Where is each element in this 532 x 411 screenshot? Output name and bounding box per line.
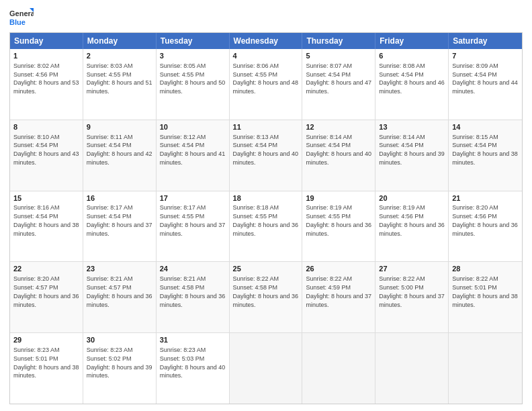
sunrise-info: Sunrise: 8:11 AMSunset: 4:54 PMDaylight:…	[87, 134, 152, 166]
calendar-cell: 2 Sunrise: 8:03 AMSunset: 4:55 PMDayligh…	[83, 49, 157, 120]
day-number: 31	[160, 335, 226, 345]
weekday-header: Wednesday	[230, 33, 303, 49]
calendar-cell: 15 Sunrise: 8:16 AMSunset: 4:54 PMDaylig…	[10, 191, 83, 262]
calendar-cell: 9 Sunrise: 8:11 AMSunset: 4:54 PMDayligh…	[83, 120, 157, 191]
sunrise-info: Sunrise: 8:19 AMSunset: 4:55 PMDaylight:…	[306, 204, 371, 236]
weekday-header: Monday	[83, 33, 157, 49]
calendar: SundayMondayTuesdayWednesdayThursdayFrid…	[9, 32, 523, 404]
weekday-header: Saturday	[449, 33, 522, 49]
day-number: 17	[160, 193, 226, 203]
day-number: 27	[379, 264, 445, 274]
day-number: 25	[233, 264, 299, 274]
sunrise-info: Sunrise: 8:18 AMSunset: 4:55 PMDaylight:…	[233, 204, 299, 236]
sunrise-info: Sunrise: 8:13 AMSunset: 4:54 PMDaylight:…	[233, 134, 299, 166]
calendar-cell: 12 Sunrise: 8:14 AMSunset: 4:54 PMDaylig…	[302, 120, 375, 191]
day-number: 24	[160, 264, 226, 274]
calendar-cell: 26 Sunrise: 8:22 AMSunset: 4:59 PMDaylig…	[302, 262, 375, 332]
calendar-cell: 17 Sunrise: 8:17 AMSunset: 4:55 PMDaylig…	[157, 191, 230, 262]
calendar-cell: 13 Sunrise: 8:14 AMSunset: 4:54 PMDaylig…	[375, 120, 449, 191]
calendar-row: 8 Sunrise: 8:10 AMSunset: 4:54 PMDayligh…	[10, 120, 522, 191]
calendar-cell: 5 Sunrise: 8:07 AMSunset: 4:54 PMDayligh…	[302, 49, 375, 120]
sunrise-info: Sunrise: 8:17 AMSunset: 4:54 PMDaylight:…	[87, 204, 152, 236]
calendar-cell: 18 Sunrise: 8:18 AMSunset: 4:55 PMDaylig…	[230, 191, 303, 262]
day-number: 29	[13, 335, 79, 345]
day-number: 12	[306, 122, 371, 132]
day-number: 18	[233, 193, 299, 203]
day-number: 26	[306, 264, 371, 274]
calendar-cell: 29 Sunrise: 8:23 AMSunset: 5:01 PMDaylig…	[10, 333, 83, 404]
sunrise-info: Sunrise: 8:05 AMSunset: 4:55 PMDaylight:…	[160, 62, 226, 95]
calendar-cell: 7 Sunrise: 8:09 AMSunset: 4:54 PMDayligh…	[449, 49, 522, 120]
logo-svg: General Blue	[9, 7, 34, 28]
sunrise-info: Sunrise: 8:20 AMSunset: 4:57 PMDaylight:…	[13, 275, 79, 308]
sunrise-info: Sunrise: 8:14 AMSunset: 4:54 PMDaylight:…	[306, 134, 371, 166]
sunrise-info: Sunrise: 8:23 AMSunset: 5:03 PMDaylight:…	[160, 347, 226, 379]
calendar-cell: 27 Sunrise: 8:22 AMSunset: 5:00 PMDaylig…	[375, 262, 449, 332]
weekday-header: Tuesday	[157, 33, 230, 49]
sunrise-info: Sunrise: 8:08 AMSunset: 4:54 PMDaylight:…	[379, 62, 445, 95]
day-number: 20	[379, 193, 445, 203]
calendar-cell: 11 Sunrise: 8:13 AMSunset: 4:54 PMDaylig…	[230, 120, 303, 191]
sunrise-info: Sunrise: 8:22 AMSunset: 4:59 PMDaylight:…	[306, 275, 371, 308]
calendar-cell: 6 Sunrise: 8:08 AMSunset: 4:54 PMDayligh…	[375, 49, 449, 120]
logo: General Blue	[9, 7, 34, 28]
header: General Blue	[9, 7, 523, 28]
calendar-cell: 16 Sunrise: 8:17 AMSunset: 4:54 PMDaylig…	[83, 191, 157, 262]
sunrise-info: Sunrise: 8:19 AMSunset: 4:56 PMDaylight:…	[379, 204, 445, 236]
calendar-cell: 10 Sunrise: 8:12 AMSunset: 4:54 PMDaylig…	[157, 120, 230, 191]
calendar-cell: 19 Sunrise: 8:19 AMSunset: 4:55 PMDaylig…	[302, 191, 375, 262]
day-number: 4	[233, 51, 299, 61]
calendar-cell: 20 Sunrise: 8:19 AMSunset: 4:56 PMDaylig…	[375, 191, 449, 262]
sunrise-info: Sunrise: 8:15 AMSunset: 4:54 PMDaylight:…	[452, 134, 518, 166]
day-number: 3	[160, 51, 226, 61]
calendar-cell: 21 Sunrise: 8:20 AMSunset: 4:56 PMDaylig…	[449, 191, 522, 262]
calendar-cell: 14 Sunrise: 8:15 AMSunset: 4:54 PMDaylig…	[449, 120, 522, 191]
calendar-cell	[449, 333, 522, 404]
day-number: 22	[13, 264, 79, 274]
day-number: 9	[87, 122, 152, 132]
calendar-row: 29 Sunrise: 8:23 AMSunset: 5:01 PMDaylig…	[10, 332, 522, 404]
sunrise-info: Sunrise: 8:17 AMSunset: 4:55 PMDaylight:…	[160, 204, 226, 236]
sunrise-info: Sunrise: 8:12 AMSunset: 4:54 PMDaylight:…	[160, 134, 226, 166]
day-number: 14	[452, 122, 519, 132]
calendar-cell: 1 Sunrise: 8:02 AMSunset: 4:56 PMDayligh…	[10, 49, 83, 120]
day-number: 21	[452, 193, 519, 203]
calendar-cell: 8 Sunrise: 8:10 AMSunset: 4:54 PMDayligh…	[10, 120, 83, 191]
svg-text:General: General	[9, 9, 34, 17]
calendar-page: General Blue SundayMondayTuesdayWednesda…	[0, 0, 532, 411]
weekday-header: Sunday	[10, 33, 83, 49]
calendar-cell: 24 Sunrise: 8:21 AMSunset: 4:58 PMDaylig…	[157, 262, 230, 332]
calendar-row: 15 Sunrise: 8:16 AMSunset: 4:54 PMDaylig…	[10, 191, 522, 262]
calendar-row: 1 Sunrise: 8:02 AMSunset: 4:56 PMDayligh…	[10, 49, 522, 120]
sunrise-info: Sunrise: 8:06 AMSunset: 4:55 PMDaylight:…	[233, 62, 299, 95]
calendar-cell: 23 Sunrise: 8:21 AMSunset: 4:57 PMDaylig…	[83, 262, 157, 332]
svg-text:Blue: Blue	[9, 18, 26, 26]
calendar-row: 22 Sunrise: 8:20 AMSunset: 4:57 PMDaylig…	[10, 261, 522, 332]
calendar-cell: 3 Sunrise: 8:05 AMSunset: 4:55 PMDayligh…	[157, 49, 230, 120]
day-number: 1	[13, 51, 79, 61]
calendar-cell: 31 Sunrise: 8:23 AMSunset: 5:03 PMDaylig…	[157, 333, 230, 404]
day-number: 8	[13, 122, 79, 132]
day-number: 6	[379, 51, 445, 61]
day-number: 11	[233, 122, 299, 132]
day-number: 10	[160, 122, 226, 132]
calendar-body: 1 Sunrise: 8:02 AMSunset: 4:56 PMDayligh…	[10, 49, 522, 404]
sunrise-info: Sunrise: 8:23 AMSunset: 5:01 PMDaylight:…	[13, 347, 79, 379]
sunrise-info: Sunrise: 8:02 AMSunset: 4:56 PMDaylight:…	[13, 62, 79, 95]
day-number: 16	[87, 193, 152, 203]
sunrise-info: Sunrise: 8:23 AMSunset: 5:02 PMDaylight:…	[87, 347, 152, 379]
weekday-header: Friday	[375, 33, 449, 49]
sunrise-info: Sunrise: 8:14 AMSunset: 4:54 PMDaylight:…	[379, 134, 445, 166]
day-number: 23	[87, 264, 152, 274]
sunrise-info: Sunrise: 8:21 AMSunset: 4:58 PMDaylight:…	[160, 275, 226, 308]
calendar-cell: 30 Sunrise: 8:23 AMSunset: 5:02 PMDaylig…	[83, 333, 157, 404]
sunrise-info: Sunrise: 8:22 AMSunset: 5:01 PMDaylight:…	[452, 275, 518, 308]
weekday-header: Thursday	[302, 33, 375, 49]
day-number: 28	[452, 264, 519, 274]
sunrise-info: Sunrise: 8:09 AMSunset: 4:54 PMDaylight:…	[452, 62, 518, 95]
calendar-cell	[302, 333, 375, 404]
day-number: 7	[452, 51, 519, 61]
calendar-cell: 28 Sunrise: 8:22 AMSunset: 5:01 PMDaylig…	[449, 262, 522, 332]
sunrise-info: Sunrise: 8:20 AMSunset: 4:56 PMDaylight:…	[452, 204, 518, 236]
calendar-cell: 22 Sunrise: 8:20 AMSunset: 4:57 PMDaylig…	[10, 262, 83, 332]
